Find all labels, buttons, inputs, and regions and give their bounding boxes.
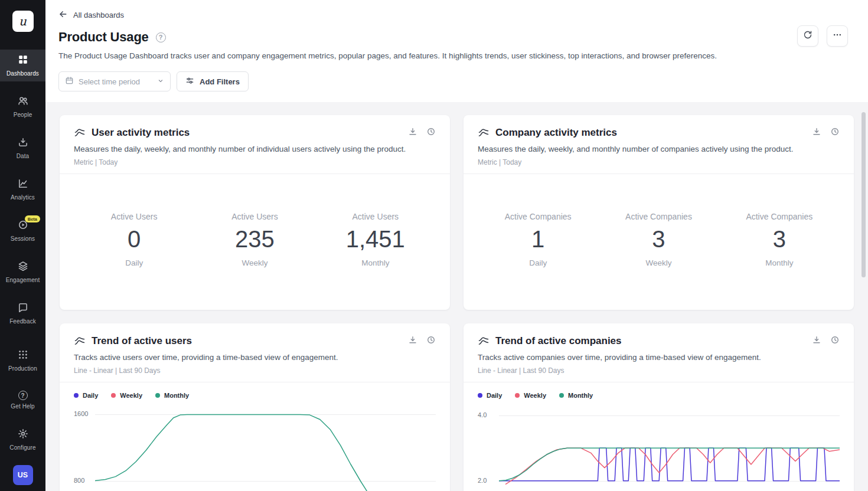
- breadcrumb-back[interactable]: All dashboards: [58, 9, 124, 21]
- sidebar-item-label: Data: [17, 153, 30, 159]
- sidebar-item-engagement[interactable]: Engagement: [0, 256, 45, 288]
- back-arrow-icon: [58, 9, 68, 21]
- legend-item-daily[interactable]: Daily: [74, 392, 98, 399]
- legend-label: Monthly: [568, 392, 593, 399]
- metric-label: Active Users: [99, 212, 169, 221]
- metric-period: Weekly: [219, 258, 290, 267]
- metric-label: Active Companies: [623, 212, 694, 221]
- metric-value: 1,451: [340, 226, 411, 252]
- metric-value: 235: [219, 226, 290, 252]
- dashboards-icon: [18, 54, 28, 67]
- back-label: All dashboards: [73, 11, 124, 19]
- card-meta: Line - Linear | Last 90 Days: [74, 366, 436, 375]
- sidebar-item-production[interactable]: Production: [0, 345, 45, 377]
- metric-period: Monthly: [340, 258, 411, 267]
- download-icon[interactable]: [408, 127, 417, 139]
- sidebar-item-label: People: [14, 112, 32, 118]
- metric-label: Active Users: [340, 212, 411, 221]
- title-row: Product Usage ?: [58, 30, 848, 45]
- sidebar-item-feedback[interactable]: Feedback: [0, 297, 45, 329]
- add-filters-button[interactable]: Add Filters: [177, 71, 249, 91]
- card-trend-active-companies: Trend of active companies Tracks active …: [464, 323, 854, 491]
- legend-dot: [478, 393, 482, 398]
- legend-dot: [74, 393, 79, 398]
- history-clock-icon[interactable]: [830, 127, 840, 139]
- metric-period: Weekly: [623, 258, 694, 267]
- sidebar-item-label: Configure: [9, 444, 35, 451]
- people-icon: [18, 96, 28, 109]
- sidebar-bottom: Production ? Get Help Configure US: [0, 345, 45, 491]
- y-axis: 1600800: [74, 405, 92, 491]
- help-icon: ?: [18, 391, 28, 400]
- metric-weekly: Active Users 235 Weekly: [219, 212, 290, 267]
- add-filters-label: Add Filters: [200, 77, 240, 86]
- download-icon[interactable]: [812, 127, 821, 139]
- metric-period: Monthly: [744, 258, 815, 267]
- legend-item-monthly[interactable]: Monthly: [155, 392, 189, 399]
- legend-item-monthly[interactable]: Monthly: [559, 392, 593, 399]
- user-avatar[interactable]: US: [13, 465, 33, 485]
- metrics-row: Active Users 0 Daily Active Users 235 We…: [74, 174, 436, 267]
- sidebar-item-analytics[interactable]: Analytics: [0, 174, 45, 205]
- y-tick-label: 2.0: [478, 477, 487, 484]
- main-area: All dashboards Product Usage ?: [45, 0, 868, 491]
- card-description: Tracks active companies over time, provi…: [478, 353, 840, 362]
- y-tick-label: 4.0: [478, 411, 487, 418]
- sidebar-item-get-help[interactable]: ? Get Help: [0, 386, 45, 414]
- analytics-icon: [18, 178, 28, 191]
- metric-period: Daily: [99, 258, 169, 267]
- feedback-icon: [18, 302, 28, 315]
- calendar-icon: [65, 76, 74, 87]
- legend-item-daily[interactable]: Daily: [478, 392, 502, 399]
- data-icon: [18, 137, 28, 150]
- chart-icon: [74, 127, 86, 139]
- legend-item-weekly[interactable]: Weekly: [515, 392, 546, 399]
- metric-value: 1: [502, 226, 573, 252]
- sidebar-item-dashboards[interactable]: Dashboards: [0, 50, 45, 81]
- history-clock-icon[interactable]: [830, 335, 840, 347]
- engagement-icon: [18, 261, 28, 274]
- more-button[interactable]: [827, 25, 848, 47]
- sidebar-item-sessions[interactable]: Beta Sessions: [0, 215, 45, 247]
- history-clock-icon[interactable]: [426, 127, 436, 139]
- legend-label: Monthly: [164, 392, 189, 399]
- sidebar-item-label: Sessions: [11, 235, 35, 242]
- chart-icon: [74, 335, 86, 347]
- metric-value: 0: [99, 226, 169, 252]
- chart-icon: [478, 335, 490, 347]
- download-icon[interactable]: [812, 335, 821, 347]
- page-header: All dashboards Product Usage ?: [45, 0, 868, 102]
- chart-plot: [95, 405, 436, 491]
- metric-weekly: Active Companies 3 Weekly: [623, 212, 694, 267]
- chart-legend: DailyWeeklyMonthly: [478, 382, 840, 405]
- sidebar-item-data[interactable]: Data: [0, 132, 45, 164]
- scrollbar-thumb[interactable]: [862, 112, 866, 277]
- app-logo[interactable]: u: [12, 11, 34, 32]
- chart-icon: [478, 127, 490, 139]
- legend-label: Weekly: [524, 392, 546, 399]
- metric-monthly: Active Companies 3 Monthly: [744, 212, 815, 267]
- metric-value: 3: [744, 226, 815, 252]
- time-period-select[interactable]: Select time period: [58, 71, 171, 91]
- dashboard-content: User activity metrics Measures the daily…: [45, 102, 868, 491]
- sidebar-item-label: Analytics: [11, 194, 35, 201]
- sidebar-item-label: Production: [8, 365, 37, 372]
- title-help-icon[interactable]: ?: [156, 32, 166, 42]
- card-user-activity-metrics: User activity metrics Measures the daily…: [60, 115, 450, 310]
- legend-item-weekly[interactable]: Weekly: [111, 392, 142, 399]
- y-axis: 4.02.0: [478, 405, 495, 491]
- sidebar-item-people[interactable]: People: [0, 91, 45, 123]
- line-chart-active-users: DailyWeeklyMonthly 1600800: [74, 382, 436, 491]
- refresh-button[interactable]: [797, 25, 818, 47]
- page-title: Product Usage: [58, 30, 149, 45]
- card-description: Measures the daily, weekly, and monthly …: [74, 145, 436, 153]
- download-icon[interactable]: [408, 335, 417, 347]
- card-company-activity-metrics: Company activity metrics Measures the da…: [464, 115, 854, 310]
- card-description: Measures the daily, weekly, and monthly …: [478, 145, 840, 153]
- sidebar-item-label: Dashboards: [6, 70, 39, 77]
- chart-plot: [499, 405, 840, 491]
- history-clock-icon[interactable]: [426, 335, 436, 347]
- chevron-down-icon: [157, 77, 164, 86]
- environment-grid-icon: [18, 349, 28, 362]
- sidebar-item-configure[interactable]: Configure: [0, 424, 45, 456]
